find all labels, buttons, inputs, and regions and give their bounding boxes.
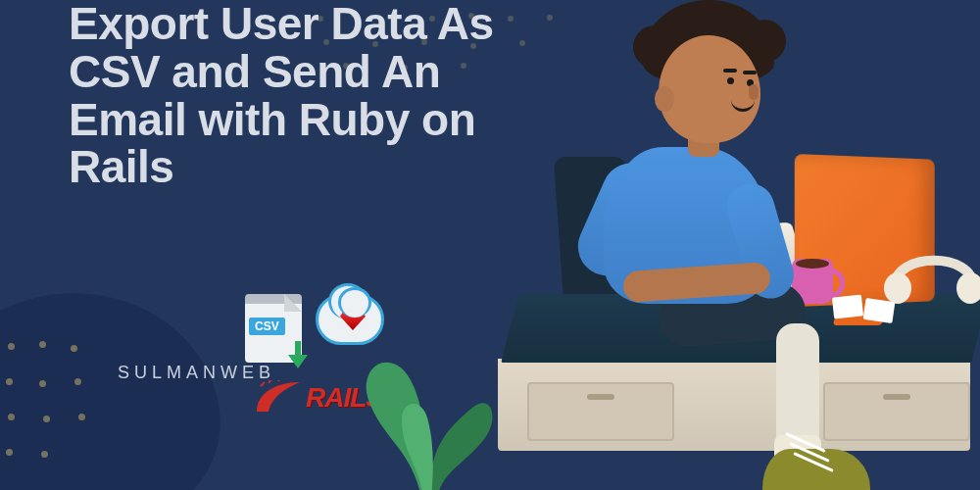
person-ear	[655, 86, 674, 112]
eyebrow	[743, 71, 757, 74]
headphones-icon	[880, 237, 980, 306]
brand-name: SULMANWEB	[118, 363, 275, 383]
sticky-note	[832, 294, 863, 318]
svg-line-2	[278, 380, 280, 381]
decorative-dots-bottom	[0, 333, 118, 490]
rails-swoosh-icon	[255, 380, 302, 414]
shoe-laces	[784, 441, 843, 468]
csv-file-icon: CSV	[245, 294, 302, 363]
eye	[727, 77, 734, 84]
illustration-developer-at-desk	[451, 0, 980, 490]
desk-drawer-left	[527, 382, 674, 441]
eyebrow	[723, 69, 737, 73]
download-arrow-icon	[288, 341, 308, 368]
nose	[749, 84, 759, 100]
svg-point-4	[884, 272, 911, 304]
svg-line-1	[269, 380, 271, 383]
svg-point-5	[956, 272, 980, 304]
csv-label: CSV	[249, 318, 285, 335]
svg-line-0	[261, 382, 265, 386]
sticky-note	[863, 298, 896, 323]
plant-icon	[353, 302, 500, 490]
person-illustration	[590, 20, 815, 343]
desk-drawer-right	[823, 382, 970, 441]
